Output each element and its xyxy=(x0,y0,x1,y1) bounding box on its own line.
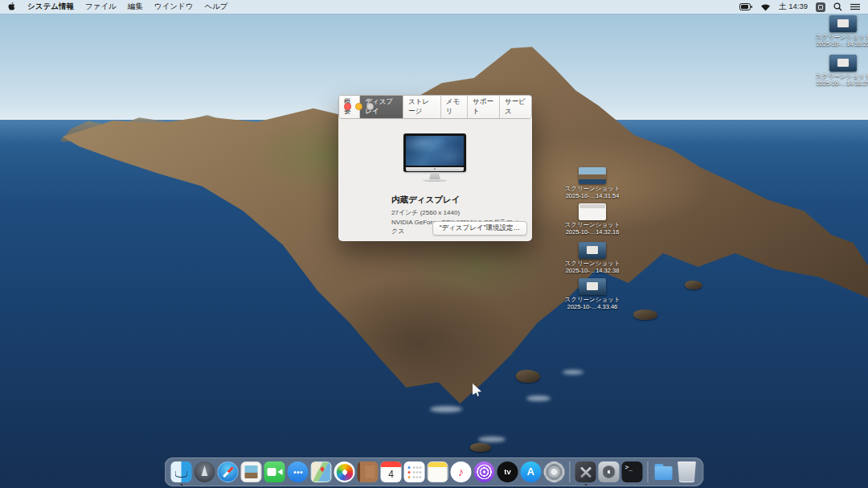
wallpaper-surf xyxy=(478,437,506,442)
imac-screen xyxy=(403,133,466,172)
dock-icon-podcasts[interactable] xyxy=(474,461,495,482)
screenshot-thumbnail xyxy=(829,15,857,32)
menu-clock[interactable]: 土 14:39 xyxy=(779,2,808,12)
screenshot-thumbnail xyxy=(579,203,606,220)
dock-icon-system-information[interactable] xyxy=(575,461,596,482)
screenshot-thumbnail xyxy=(579,167,606,184)
menu-item-edit[interactable]: 編集 xyxy=(128,2,143,12)
desktop-icon-screenshot[interactable]: スクリーンショット 2025-10-…14.32.16 xyxy=(563,203,621,236)
dock-icon-messages[interactable] xyxy=(288,461,309,482)
menu-app-name[interactable]: システム情報 xyxy=(27,2,74,12)
dock-icon-reminders[interactable] xyxy=(404,461,425,482)
window-titlebar[interactable]: 概要 ディスプレイ ストレージ メモリ サポート サービス xyxy=(338,98,532,116)
desktop-icon-label: スクリーンショット 2025-10-…14.38.22 xyxy=(816,34,868,47)
imac-base xyxy=(423,179,447,182)
dock-icon-contacts[interactable] xyxy=(358,461,379,482)
dock-icon-appstore[interactable]: A xyxy=(521,461,542,482)
desktop-icon-screenshot[interactable]: スクリーンショット 2025-10-…14.38.22 xyxy=(814,15,868,47)
imac-illustration xyxy=(403,133,466,182)
dock-icon-trash[interactable] xyxy=(677,461,698,482)
battery-icon[interactable] xyxy=(739,3,752,10)
screenshot-thumbnail xyxy=(829,55,857,72)
menu-bar-right: 土 14:39 xyxy=(739,2,860,12)
display-size-spec: 27インチ (2560 x 1440) xyxy=(391,208,460,217)
wifi-icon[interactable] xyxy=(760,3,771,11)
dock-icon-system-preferences[interactable] xyxy=(544,461,565,482)
menu-item-window[interactable]: ウインドウ xyxy=(154,2,194,12)
dock-icon-photos[interactable] xyxy=(334,461,355,482)
wallpaper-rock xyxy=(685,281,702,289)
dock-icon-disk-utility[interactable] xyxy=(599,461,620,482)
notification-center-icon[interactable] xyxy=(850,3,860,10)
zoom-button-disabled xyxy=(366,103,374,110)
menu-item-help[interactable]: ヘルプ xyxy=(204,2,227,12)
wallpaper-surf xyxy=(526,396,551,401)
screenshot-thumbnail xyxy=(579,242,606,259)
wallpaper-surf xyxy=(563,370,583,375)
desktop-icon-screenshot[interactable]: スクリーンショット 2025-10-…14.31.54 xyxy=(563,167,621,199)
menu-bar: システム情報 ファイル 編集 ウインドウ ヘルプ 土 14:39 xyxy=(0,0,868,14)
dock-icon-downloads-folder[interactable] xyxy=(653,461,674,482)
dock-icon-music[interactable]: ♪ xyxy=(451,461,472,482)
running-indicator xyxy=(585,484,588,486)
dock-separator xyxy=(570,461,571,482)
dock-icon-tv[interactable]: tv xyxy=(497,461,518,482)
wallpaper-rock xyxy=(470,443,491,452)
desktop-icon-screenshot[interactable]: スクリーンショット 2025-10-…14.38.27 xyxy=(814,55,868,87)
display-name: 内蔵ディスプレイ xyxy=(391,195,460,206)
wallpaper xyxy=(0,0,868,488)
dock: 4 ♪ tv A >_ xyxy=(165,457,704,486)
running-indicator xyxy=(181,484,183,486)
wallpaper-rock xyxy=(516,370,540,383)
desktop-icon-label: スクリーンショット 2025-10-…14.32.16 xyxy=(565,222,620,236)
dock-icon-calendar[interactable]: 4 xyxy=(381,461,402,482)
tab-memory[interactable]: メモリ xyxy=(441,96,468,118)
system-information-window: 概要 ディスプレイ ストレージ メモリ サポート サービス 内蔵ディスプレイ 2… xyxy=(338,98,532,241)
dock-icon-terminal[interactable]: >_ xyxy=(622,461,643,482)
dock-icon-safari[interactable] xyxy=(218,461,239,482)
input-source-icon[interactable] xyxy=(816,2,825,12)
desktop-icon-screenshot[interactable]: スクリーンショット 2025-10-…4.33.46 xyxy=(563,278,621,310)
dock-icon-notes[interactable] xyxy=(428,461,448,482)
wallpaper-surf xyxy=(430,406,462,412)
dock-icon-preview[interactable] xyxy=(241,461,262,482)
window-body: 内蔵ディスプレイ 27インチ (2560 x 1440) NVIDIA GeFo… xyxy=(338,116,532,240)
menu-item-file[interactable]: ファイル xyxy=(85,2,117,12)
close-button[interactable] xyxy=(344,103,351,110)
desktop-icon-screenshot[interactable]: スクリーンショット 2025-10-…14.32.38 xyxy=(563,242,621,274)
calendar-day-number: 4 xyxy=(381,468,402,481)
imac-stand xyxy=(429,172,440,179)
display-preferences-button[interactable]: “ディスプレイ”環境設定… xyxy=(432,221,527,236)
screenshot-thumbnail xyxy=(579,278,606,295)
dock-separator xyxy=(648,461,649,482)
dock-icon-facetime[interactable] xyxy=(264,461,285,482)
spotlight-icon[interactable] xyxy=(833,2,842,11)
traffic-lights xyxy=(344,103,374,110)
desktop-icon-label: スクリーンショット 2025-10-…14.31.54 xyxy=(565,186,620,199)
desktop-icon-label: スクリーンショット 2025-10-…14.32.38 xyxy=(565,260,620,274)
minimize-button[interactable] xyxy=(355,103,362,110)
wallpaper-rock xyxy=(633,310,657,320)
dock-icon-finder[interactable] xyxy=(171,461,192,482)
desktop-icon-label: スクリーンショット 2025-10-…4.33.46 xyxy=(565,297,620,310)
desktop-icon-label: スクリーンショット 2025-10-…14.38.27 xyxy=(816,73,868,87)
dock-icon-maps[interactable] xyxy=(311,461,332,482)
tab-service[interactable]: サービス xyxy=(500,96,531,118)
apple-menu-icon[interactable] xyxy=(8,2,16,13)
tab-support[interactable]: サポート xyxy=(468,96,500,118)
tab-storage[interactable]: ストレージ xyxy=(403,96,441,118)
dock-icon-launchpad[interactable] xyxy=(194,461,215,482)
menu-bar-left: システム情報 ファイル 編集 ウインドウ ヘルプ xyxy=(8,2,228,13)
